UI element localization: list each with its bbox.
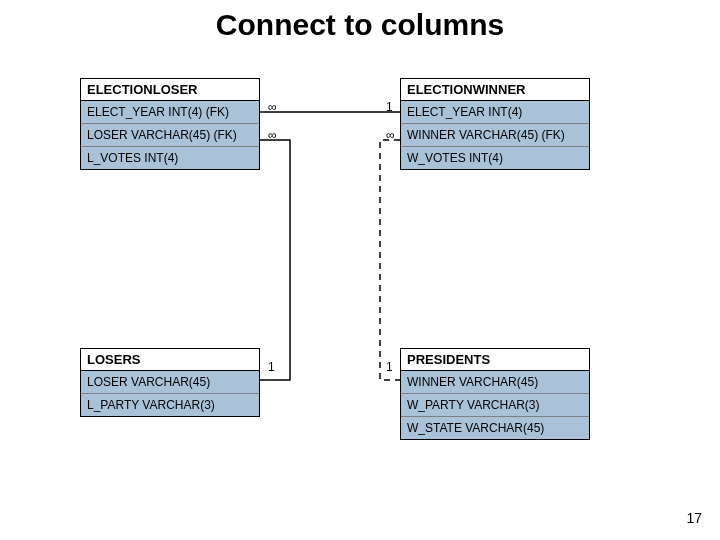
entity-column: WINNER VARCHAR(45) (FK) <box>401 124 589 147</box>
cardinality-label: 1 <box>386 360 393 374</box>
entity-header: ELECTIONWINNER <box>401 79 589 101</box>
cardinality-label: 1 <box>268 360 275 374</box>
cardinality-label: ∞ <box>268 128 277 142</box>
entity-column: W_PARTY VARCHAR(3) <box>401 394 589 417</box>
entity-header: PRESIDENTS <box>401 349 589 371</box>
cardinality-label: 1 <box>386 100 393 114</box>
entity-electionwinner: ELECTIONWINNER ELECT_YEAR INT(4) WINNER … <box>400 78 590 170</box>
cardinality-label: ∞ <box>386 128 395 142</box>
entity-column: W_VOTES INT(4) <box>401 147 589 169</box>
entity-column: WINNER VARCHAR(45) <box>401 371 589 394</box>
entity-header: LOSERS <box>81 349 259 371</box>
entity-column: L_PARTY VARCHAR(3) <box>81 394 259 416</box>
slide-title: Connect to columns <box>0 8 720 42</box>
entity-column: L_VOTES INT(4) <box>81 147 259 169</box>
entity-presidents: PRESIDENTS WINNER VARCHAR(45) W_PARTY VA… <box>400 348 590 440</box>
entity-column: ELECT_YEAR INT(4) <box>401 101 589 124</box>
entity-column: W_STATE VARCHAR(45) <box>401 417 589 439</box>
entity-header: ELECTIONLOSER <box>81 79 259 101</box>
entity-losers: LOSERS LOSER VARCHAR(45) L_PARTY VARCHAR… <box>80 348 260 417</box>
entity-column: ELECT_YEAR INT(4) (FK) <box>81 101 259 124</box>
entity-column: LOSER VARCHAR(45) (FK) <box>81 124 259 147</box>
entity-column: LOSER VARCHAR(45) <box>81 371 259 394</box>
entity-electionloser: ELECTIONLOSER ELECT_YEAR INT(4) (FK) LOS… <box>80 78 260 170</box>
cardinality-label: ∞ <box>268 100 277 114</box>
page-number: 17 <box>686 510 702 526</box>
